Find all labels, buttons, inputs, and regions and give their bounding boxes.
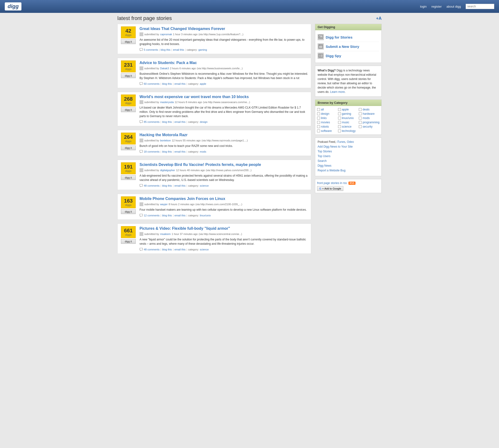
category-link[interactable]: apple <box>342 108 349 111</box>
category-link[interactable]: programming <box>363 121 380 124</box>
category-link[interactable]: deals <box>363 108 370 111</box>
category-link[interactable]: hardware <box>363 112 374 115</box>
digg-news-link[interactable]: Digg News <box>318 164 379 167</box>
story-title-link[interactable]: Advice to Students: Pack a Mac <box>140 61 308 65</box>
story-item: 264 diggs digg it Hacking the Motorola R… <box>117 130 311 156</box>
story-title-link[interactable]: Mobile Phone Companies Join Forces on Li… <box>140 196 308 201</box>
category-link[interactable]: software <box>321 129 332 133</box>
comments-link[interactable]: 5 comments <box>144 48 158 51</box>
category-link[interactable]: music <box>342 121 349 124</box>
rss-link[interactable]: front page stories in rss <box>317 181 347 185</box>
email-this-link[interactable]: email this <box>175 184 185 187</box>
top-stories-link[interactable]: Top Stories <box>318 150 379 153</box>
comments-link[interactable]: 12 comments <box>144 214 160 217</box>
author-link[interactable]: bonlebon <box>160 139 171 142</box>
comments-link[interactable]: 18 comments <box>144 150 160 153</box>
digg-it-button[interactable]: digg it <box>121 145 136 150</box>
digg-it-button[interactable]: digg it <box>121 39 136 44</box>
category-link[interactable]: linux/unix <box>200 214 211 217</box>
category-link[interactable]: science <box>200 184 209 187</box>
logo[interactable]: digg <box>5 2 21 11</box>
author-link[interactable]: digitalgopher <box>160 169 175 172</box>
email-this-link[interactable]: email this <box>173 48 184 51</box>
digg-it-button[interactable]: digg it <box>121 239 136 244</box>
category-link[interactable]: design <box>200 120 207 123</box>
category-link[interactable]: gaming <box>198 48 207 51</box>
digg-count: 231 <box>124 62 133 68</box>
register-link[interactable]: register <box>431 5 442 8</box>
comment-icon <box>140 48 143 51</box>
digg-it-button[interactable]: digg it <box>121 107 136 112</box>
blog-this-link[interactable]: blog this <box>162 214 172 217</box>
comments-link[interactable]: 85 comments <box>144 120 160 123</box>
author-thumb <box>140 139 143 142</box>
email-this-link[interactable]: email this <box>175 82 185 85</box>
blog-this-link[interactable]: blog this <box>162 248 172 251</box>
digg-it-button[interactable]: digg it <box>121 73 136 78</box>
comments-link[interactable]: 60 comments <box>144 82 160 85</box>
email-this-link[interactable]: email this <box>175 120 185 123</box>
digg-for-stories-link[interactable]: Digg for Stories <box>326 35 353 39</box>
email-this-link[interactable]: email this <box>175 248 185 251</box>
search-input[interactable] <box>466 4 494 9</box>
itunes-link[interactable]: iTunes <box>337 140 345 144</box>
author-link[interactable]: wayjer <box>160 203 168 206</box>
author-link[interactable]: masteryoda <box>160 101 174 104</box>
story-title-link[interactable]: Scientists Develop Bird flu Vaccine! Pro… <box>140 162 308 167</box>
report-bug-link[interactable]: Report a Website Bug <box>318 169 379 172</box>
category-link[interactable]: security <box>363 125 372 128</box>
story-digg: 163 diggs digg it <box>120 196 137 217</box>
story-title-link[interactable]: Pictures & Video: Flexible full-body "li… <box>140 226 308 231</box>
category-folder-icon <box>338 108 341 111</box>
category-link[interactable]: links <box>321 116 327 120</box>
category-link[interactable]: all <box>321 108 324 111</box>
add-news-link[interactable]: Add Digg News to Your Site <box>318 145 379 148</box>
category-link[interactable]: movies <box>321 121 330 124</box>
category-link[interactable]: linux/unix <box>342 116 354 120</box>
odeo-link[interactable]: Odeo <box>347 140 354 144</box>
email-this-link[interactable]: email this <box>175 150 185 153</box>
blog-this-link[interactable]: blog this <box>162 82 172 85</box>
email-this-link[interactable]: email this <box>175 214 185 217</box>
digg-it-button[interactable]: digg it <box>121 209 136 214</box>
font-size-control[interactable]: +A <box>376 16 382 21</box>
category-link[interactable]: design <box>321 112 329 115</box>
learn-more-link[interactable]: Learn more <box>330 90 345 94</box>
category-link[interactable]: technology <box>342 129 356 133</box>
blog-this-link[interactable]: blog this <box>162 184 172 187</box>
get-digging-header: Get Digging <box>315 24 381 30</box>
submit-story-link[interactable]: Submit a New Story <box>326 45 359 48</box>
story-time: 1 hour 3 minutes ago <box>173 33 198 36</box>
digg-spy-link[interactable]: Digg Spy <box>326 54 341 58</box>
blog-this-link[interactable]: blog this <box>162 120 172 123</box>
login-link[interactable]: login <box>420 5 426 8</box>
comments-link[interactable]: 48 comments <box>144 248 160 251</box>
category-link[interactable]: gaming <box>342 112 351 115</box>
category-link[interactable]: apple <box>200 82 206 85</box>
top-users-link[interactable]: Top Users <box>318 155 379 158</box>
category-folder-icon <box>359 125 362 128</box>
comments-link[interactable]: 48 comments <box>144 184 160 187</box>
category-link[interactable]: robots <box>321 125 329 128</box>
story-title-link[interactable]: Hacking the Motorola Razr <box>140 133 308 138</box>
author-link[interactable]: capnsmak <box>160 33 172 36</box>
category-link[interactable]: mods <box>363 116 370 120</box>
author-link[interactable]: Dakak3 <box>160 67 169 70</box>
add-to-google-button[interactable]: G + Add to Google <box>317 186 343 191</box>
blog-this-link[interactable]: blog this <box>162 150 172 153</box>
digg-it-button[interactable]: digg it <box>121 175 136 180</box>
separator: | <box>186 150 187 153</box>
about-link[interactable]: about digg <box>446 5 461 8</box>
category-link[interactable]: science <box>342 125 352 128</box>
blog-this-link[interactable]: blog this <box>161 48 170 51</box>
category-link[interactable]: science <box>200 248 209 251</box>
digg-label: diggs <box>125 68 131 70</box>
story-title-link[interactable]: Great Ideas That Changed Videogames Fore… <box>140 26 308 32</box>
svg-rect-1 <box>140 82 143 84</box>
search-link[interactable]: Search <box>318 159 379 162</box>
digg-count-box: 264 diggs <box>121 133 136 144</box>
story-content: World's most expensive car wont travel m… <box>140 95 308 124</box>
author-link[interactable]: msaleem <box>160 233 171 235</box>
category-link[interactable]: mods <box>200 150 206 153</box>
story-title-link[interactable]: World's most expensive car wont travel m… <box>140 95 308 99</box>
